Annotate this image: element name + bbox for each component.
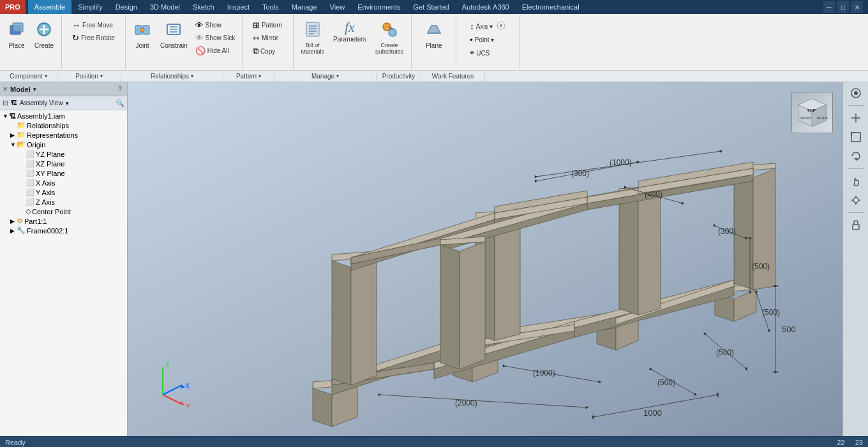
menu-inspect[interactable]: Inspect [221,0,256,14]
ribbon-group-pattern: ⊞ Pattern ⇿ Mirror ⧉ Copy [243,15,294,69]
show-sick-icon: 👁 [195,33,204,43]
relationships-group-label[interactable]: Relationships ▾ [121,71,223,82]
parameters-button[interactable]: fx Parameters [329,18,370,45]
tree-item-relationships[interactable]: 📁 Relationships [0,121,127,130]
relationships-small: 👁 Show 👁 Show Sick 🚫 Hide All [193,18,238,58]
fit-btn[interactable] [846,129,865,145]
pattern-chevron: ▾ [258,73,261,79]
show-sick-button[interactable]: 👁 Show Sick [193,32,238,44]
menu-tools[interactable]: Tools [256,0,285,14]
ucs-button[interactable]: ⌖ UCS [467,47,509,59]
plane-button[interactable]: Plane [421,18,447,52]
copy-button[interactable]: ⧉ Copy [250,45,285,57]
hand-btn[interactable] [846,173,865,189]
joint-button[interactable]: Joint [130,18,155,52]
svg-text:(500): (500) [762,308,780,317]
pro-badge: PRO [0,0,26,14]
tree-item-z-axis[interactable]: ⬜ Z Axis [0,197,127,207]
menu-environments[interactable]: Environments [351,0,407,14]
tree-item-origin[interactable]: ▼ 📂 Origin [0,140,127,149]
tree-item-representations[interactable]: ▶ 📁 Representations [0,130,127,140]
manage-chevron: ▾ [336,73,339,79]
position-group-label[interactable]: Position ▾ [57,71,121,82]
lock-btn[interactable] [846,217,865,233]
tree-label-frame0002: Frame0002:1 [27,227,68,235]
status-bar: Ready 22 23 [0,436,868,447]
tree-item-frame0002[interactable]: ▶ 🔧 Frame0002:1 [0,226,127,235]
menu-3d-model[interactable]: 3D Model [144,0,186,14]
tree-item-y-axis[interactable]: ⬜ Y Axis [0,187,127,197]
menu-get-started[interactable]: Get Started [407,0,455,14]
panel-dropdown-icon[interactable]: ▾ [33,86,36,92]
tree-expand-representations[interactable]: ▶ [10,132,17,138]
work-features-group-label[interactable]: Work Features [421,71,485,82]
look-at-btn[interactable] [846,192,865,209]
constrain-label: Constrain [160,42,188,49]
show-button[interactable]: 👁 Show [193,19,238,31]
bill-of-materials-button[interactable]: Bill ofMaterials [297,18,329,57]
maximize-button[interactable]: □ [837,1,849,13]
place-button[interactable]: Place [4,18,29,52]
manage-group-label[interactable]: Manage ▾ [274,71,377,82]
tree-expand-origin[interactable]: ▼ [10,142,17,148]
rotate-btn[interactable] [846,148,865,165]
tree-item-center-point[interactable]: ◇ Center Point [0,207,127,216]
panel-help-btn[interactable]: ? [116,85,124,94]
menu-electromechanical[interactable]: Electromechanical [516,0,586,14]
pattern-button[interactable]: ⊞ Pattern [250,19,285,31]
svg-text:(500): (500) [657,378,675,387]
filter-btn[interactable]: ⊟ [3,99,8,107]
tree-label-representations: Representations [27,131,78,139]
search-btn[interactable]: 🔍 [116,99,124,107]
menu-view[interactable]: View [324,0,352,14]
relationships-chevron: ▾ [191,73,193,79]
component-group-label[interactable]: Component ▾ [0,71,57,82]
free-rotate-button[interactable]: ↻ Free Rotate [70,32,117,44]
plane-icon-yz: ⬜ [26,150,34,158]
constrain-button[interactable]: Constrain [156,18,191,52]
representations-folder-icon: 📁 [17,131,26,139]
create-substitutes-button[interactable]: CreateSubstitutes [371,18,408,57]
create-button[interactable]: Create [31,18,57,52]
point-button[interactable]: • Point ▾ [467,34,509,46]
menu-a360[interactable]: Autodesk A360 [456,0,516,14]
tree-label-origin: Origin [27,141,45,149]
pattern-buttons: ⊞ Pattern ⇿ Mirror ⧉ Copy [250,17,285,68]
panel-close-btn[interactable]: ✕ [3,85,8,92]
pattern-group-label[interactable]: Pattern ▾ [223,71,274,82]
viewport[interactable]: 500 1000 (300) (1000) (400) (300) (500) [128,82,868,436]
mirror-button[interactable]: ⇿ Mirror [250,32,285,44]
svg-text:(2000): (2000) [455,399,477,407]
menu-manage[interactable]: Manage [285,0,324,14]
minimize-button[interactable]: ─ [823,1,835,13]
toolbar-sep-3 [848,212,864,213]
axis-button[interactable]: ↕ Axis ▾ [467,19,509,33]
pan-btn[interactable] [846,85,865,101]
tree-expand-frame[interactable]: ▶ [10,228,17,234]
menu-simplify[interactable]: Simplify [71,0,109,14]
close-button[interactable]: ✕ [851,1,863,13]
tree-item-root[interactable]: ▼ 🏗 Assembly1.iam [0,112,127,121]
menu-sketch[interactable]: Sketch [186,0,221,14]
tree-item-xy-plane[interactable]: ⬜ XY Plane [0,168,127,178]
tree-expand-root[interactable]: ▼ [3,113,9,119]
view-icon: 🏗 [11,99,17,106]
menu-assemble[interactable]: Assemble [28,0,71,14]
menu-design[interactable]: Design [109,0,144,14]
view-cube[interactable]: TOP FRONT RIGHT [791,92,833,133]
svg-rect-124 [851,133,860,142]
zoom-btn[interactable] [846,110,865,126]
tree-item-x-axis[interactable]: ⬜ X Axis [0,178,127,187]
tree-item-part1[interactable]: ▶ ⚙ Part1:1 [0,216,127,226]
svg-point-22 [500,24,502,27]
toolbar-sep-1 [848,105,864,106]
svg-text:RIGHT: RIGHT [817,116,828,120]
hide-all-button[interactable]: 🚫 Hide All [193,45,238,57]
assembly-view-dropdown[interactable]: ▾ [66,100,69,106]
tree-item-xz-plane[interactable]: ⬜ XZ Plane [0,159,127,168]
tree-label-z-axis: Z Axis [36,198,55,206]
tree-item-yz-plane[interactable]: ⬜ YZ Plane [0,149,127,159]
tree-expand-part1[interactable]: ▶ [10,218,17,224]
productivity-group-label[interactable]: Productivity [377,71,421,82]
free-move-button[interactable]: ↔ Free Move [70,19,117,31]
